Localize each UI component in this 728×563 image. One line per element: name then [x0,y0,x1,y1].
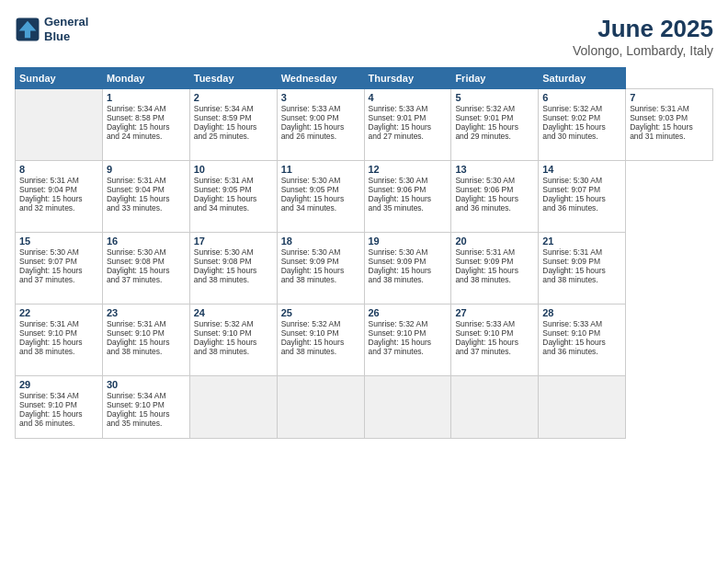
sunrise-line: Sunrise: 5:33 AM [281,104,341,113]
daylight-line1: Daylight: 15 hours [542,122,606,132]
day-cell-15: 15Sunrise: 5:30 AMSunset: 9:07 PMDayligh… [16,233,103,304]
daylight-line1: Daylight: 15 hours [194,122,257,132]
sunrise-line: Sunrise: 5:32 AM [369,319,428,328]
day-cell-6: 6Sunrise: 5:32 AMSunset: 9:02 PMDaylight… [539,89,626,161]
sunrise-line: Sunrise: 5:30 AM [369,176,428,185]
day-cell-24: 24Sunrise: 5:32 AMSunset: 9:10 PMDayligh… [189,304,277,376]
sunset-line: Sunset: 9:05 PM [281,185,339,194]
day-cell-22: 22Sunrise: 5:31 AMSunset: 9:10 PMDayligh… [16,304,103,376]
empty-cell [364,376,451,439]
sunrise-line: Sunrise: 5:30 AM [281,176,341,185]
daylight-line2: and 34 minutes. [281,203,336,213]
daylight-line1: Daylight: 15 hours [107,194,170,203]
daylight-line2: and 38 minutes. [281,275,336,284]
logo-text: General Blue [44,15,88,43]
day-number: 7 [630,92,709,103]
daylight-line2: and 38 minutes. [19,347,74,356]
sunrise-line: Sunrise: 5:30 AM [455,176,515,185]
sunset-line: Sunset: 9:07 PM [19,257,77,266]
sunset-line: Sunset: 9:10 PM [369,328,427,338]
sunset-line: Sunset: 8:58 PM [107,113,165,122]
empty-cell [451,376,539,439]
daylight-line1: Daylight: 15 hours [455,122,518,132]
sunset-line: Sunset: 9:10 PM [281,328,339,338]
week-row-2: 8Sunrise: 5:31 AMSunset: 9:04 PMDaylight… [16,161,713,233]
day-number: 6 [542,92,621,103]
sunset-line: Sunset: 9:09 PM [542,257,600,266]
daylight-line2: and 36 minutes. [455,203,510,213]
sunrise-line: Sunrise: 5:31 AM [19,176,79,185]
day-cell-26: 26Sunrise: 5:32 AMSunset: 9:10 PMDayligh… [364,304,451,376]
general-blue-icon [15,17,40,42]
daylight-line1: Daylight: 15 hours [107,409,170,419]
week-row-5: 29Sunrise: 5:34 AMSunset: 9:10 PMDayligh… [16,376,713,439]
day-cell-7: 7Sunrise: 5:31 AMSunset: 9:03 PMDaylight… [626,89,713,161]
day-number: 1 [107,92,186,103]
sunset-line: Sunset: 9:10 PM [455,328,513,338]
sunset-line: Sunset: 9:08 PM [194,257,252,266]
day-number: 8 [19,164,98,175]
header-cell-saturday: Saturday [539,68,626,89]
day-cell-8: 8Sunrise: 5:31 AMSunset: 9:04 PMDaylight… [16,161,103,233]
day-number: 22 [19,307,98,318]
daylight-line1: Daylight: 15 hours [19,266,83,275]
sunrise-line: Sunrise: 5:30 AM [107,247,166,257]
daylight-line2: and 36 minutes. [19,419,74,428]
day-number: 12 [369,164,448,175]
header-cell-monday: Monday [102,68,189,89]
daylight-line1: Daylight: 15 hours [107,266,170,275]
sunset-line: Sunset: 9:09 PM [455,257,513,266]
daylight-line1: Daylight: 15 hours [19,338,83,347]
day-number: 14 [542,164,621,175]
daylight-line1: Daylight: 15 hours [194,338,257,347]
daylight-line2: and 37 minutes. [19,275,74,284]
empty-cell [539,376,626,439]
day-number: 23 [107,307,186,318]
daylight-line1: Daylight: 15 hours [369,338,432,347]
daylight-line1: Daylight: 15 hours [19,409,83,419]
sunrise-line: Sunrise: 5:31 AM [107,176,166,185]
sunset-line: Sunset: 9:04 PM [107,185,165,194]
daylight-line2: and 26 minutes. [281,132,336,141]
sunrise-line: Sunrise: 5:33 AM [542,319,602,328]
sunset-line: Sunset: 8:59 PM [194,113,252,122]
sunrise-line: Sunrise: 5:32 AM [281,319,341,328]
day-number: 18 [281,236,360,247]
daylight-line2: and 38 minutes. [369,275,424,284]
sunset-line: Sunset: 9:02 PM [542,113,600,122]
daylight-line1: Daylight: 15 hours [542,338,606,347]
day-cell-19: 19Sunrise: 5:30 AMSunset: 9:09 PMDayligh… [364,233,451,304]
sunrise-line: Sunrise: 5:30 AM [194,247,254,257]
day-number: 25 [281,307,360,318]
day-cell-20: 20Sunrise: 5:31 AMSunset: 9:09 PMDayligh… [451,233,539,304]
day-cell-30: 30Sunrise: 5:34 AMSunset: 9:10 PMDayligh… [102,376,189,439]
sunrise-line: Sunrise: 5:34 AM [194,104,254,113]
sunset-line: Sunset: 9:01 PM [455,113,513,122]
day-number: 29 [19,379,98,390]
sunrise-line: Sunrise: 5:31 AM [194,176,254,185]
week-row-1: 1Sunrise: 5:34 AMSunset: 8:58 PMDaylight… [16,89,713,161]
daylight-line1: Daylight: 15 hours [19,194,83,203]
day-cell-14: 14Sunrise: 5:30 AMSunset: 9:07 PMDayligh… [539,161,626,233]
daylight-line1: Daylight: 15 hours [107,122,170,132]
sunrise-line: Sunrise: 5:30 AM [19,247,79,257]
daylight-line1: Daylight: 15 hours [281,266,345,275]
sunset-line: Sunset: 9:09 PM [281,257,339,266]
daylight-line2: and 34 minutes. [194,203,249,213]
day-cell-29: 29Sunrise: 5:34 AMSunset: 9:10 PMDayligh… [16,376,103,439]
week-row-3: 15Sunrise: 5:30 AMSunset: 9:07 PMDayligh… [16,233,713,304]
header-cell-sunday: Sunday [16,68,103,89]
title-block: June 2025 Volongo, Lombardy, Italy [573,15,713,58]
sunrise-line: Sunrise: 5:32 AM [542,104,602,113]
daylight-line2: and 30 minutes. [542,132,597,141]
daylight-line1: Daylight: 15 hours [107,338,170,347]
day-number: 9 [107,164,186,175]
daylight-line1: Daylight: 15 hours [455,338,518,347]
daylight-line2: and 27 minutes. [369,132,424,141]
day-cell-25: 25Sunrise: 5:32 AMSunset: 9:10 PMDayligh… [277,304,364,376]
daylight-line1: Daylight: 15 hours [281,194,345,203]
day-number: 30 [107,379,186,390]
daylight-line2: and 35 minutes. [107,419,162,428]
daylight-line1: Daylight: 15 hours [455,194,518,203]
daylight-line2: and 38 minutes. [542,275,597,284]
